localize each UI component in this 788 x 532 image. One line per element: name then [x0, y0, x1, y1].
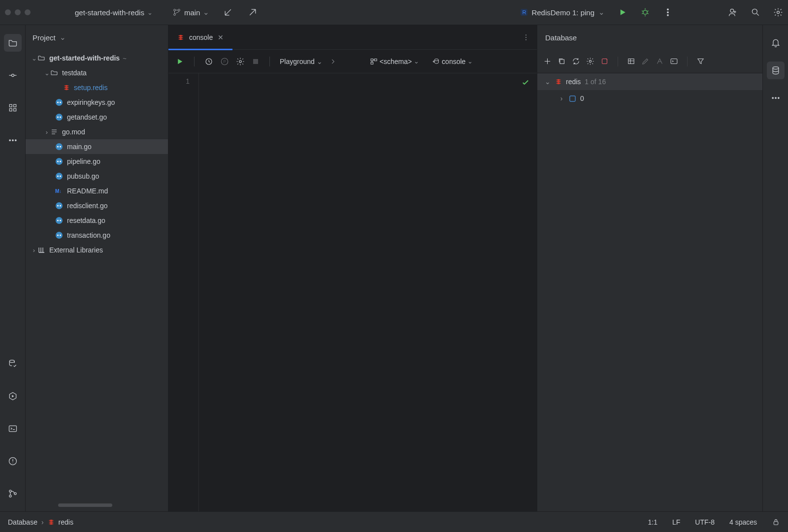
min-dot[interactable]	[15, 9, 21, 15]
disconnect-icon[interactable]	[600, 57, 609, 65]
run-configuration[interactable]: R RedisDemo 1: ping ⌄	[521, 8, 605, 17]
horizontal-scrollbar[interactable]	[58, 503, 163, 508]
vcs-tool-button[interactable]	[4, 485, 22, 502]
project-pane: Project ⌄ ⌄ get-started-with-redis ~ ⌄ t…	[26, 25, 168, 511]
structure-tool-button[interactable]	[4, 99, 22, 117]
project-tree[interactable]: ⌄ get-started-with-redis ~ ⌄ testdata se…	[26, 50, 168, 501]
tree-file[interactable]: getandset.go	[26, 110, 168, 125]
redis-icon	[555, 78, 562, 85]
explain-plan-icon[interactable]: P	[220, 57, 229, 66]
refresh-icon[interactable]	[572, 57, 580, 65]
more-vertical-icon[interactable]	[522, 33, 530, 41]
file-name: getandset.go	[67, 113, 107, 121]
tree-file[interactable]: pipeline.go	[26, 154, 168, 169]
tree-file[interactable]: pubsub.go	[26, 169, 168, 184]
stop-icon[interactable]	[252, 58, 260, 65]
redis-file-icon	[63, 84, 70, 91]
more-right-button[interactable]	[767, 89, 785, 107]
tree-file-gomod[interactable]: › go.mod	[26, 125, 168, 139]
playground-selector[interactable]: Playground ⌄	[280, 58, 323, 65]
more-tool-button[interactable]	[4, 131, 22, 149]
database-node-icon	[569, 95, 576, 102]
file-name: setup.redis	[74, 84, 107, 92]
notifications-button[interactable]	[767, 34, 785, 52]
svg-point-24	[56, 99, 63, 106]
commit-tool-button[interactable]	[4, 66, 22, 84]
file-name: expiringkeys.go	[67, 98, 115, 106]
chevron-right-icon[interactable]	[329, 58, 336, 65]
problems-tool-button[interactable]	[4, 452, 22, 470]
database-tool-button[interactable]	[767, 62, 785, 79]
commit-icon	[8, 70, 18, 80]
code-with-me-icon[interactable]	[728, 7, 738, 17]
caret-position[interactable]: 1:1	[648, 518, 657, 526]
services-tool-button[interactable]	[4, 387, 22, 405]
tree-file[interactable]: expiringkeys.go	[26, 95, 168, 110]
tree-root[interactable]: ⌄ get-started-with-redis ~	[26, 51, 168, 65]
search-icon[interactable]	[751, 7, 760, 17]
properties-icon[interactable]	[586, 57, 594, 65]
run-icon[interactable]	[618, 7, 627, 17]
svg-point-3	[643, 10, 647, 14]
tree-file-setup[interactable]: setup.redis	[26, 80, 168, 95]
settings-icon[interactable]	[236, 57, 245, 66]
readonly-lock-icon[interactable]	[772, 518, 780, 526]
edit-icon[interactable]	[641, 57, 650, 65]
schema-selector[interactable]: <schema> ⌄	[370, 58, 419, 65]
add-icon[interactable]	[543, 57, 552, 65]
execute-icon[interactable]	[175, 57, 184, 66]
indent-setting[interactable]: 4 spaces	[729, 518, 757, 526]
incoming-icon[interactable]	[223, 7, 233, 17]
table-icon[interactable]	[627, 57, 635, 65]
db-child-row[interactable]: › 0	[537, 90, 762, 107]
db-check-tool-button[interactable]	[4, 355, 22, 373]
editor-body[interactable]: 1	[168, 73, 537, 511]
close-dot[interactable]	[5, 9, 11, 15]
duplicate-icon[interactable]	[558, 57, 566, 65]
database-title: Database	[545, 33, 577, 42]
chevron-right-icon: ›	[31, 247, 37, 254]
datasource-row[interactable]: ⌄ redis 1 of 16	[537, 73, 762, 90]
session-selector[interactable]: console ⌄	[432, 58, 473, 65]
tab-console[interactable]: console ✕	[168, 25, 232, 50]
warning-icon	[8, 456, 18, 466]
inspection-checkmark-icon[interactable]	[521, 78, 530, 87]
text-file-icon	[50, 128, 58, 136]
filter-icon[interactable]	[696, 57, 705, 65]
terminal-tool-button[interactable]	[4, 420, 22, 438]
tree-file-readme[interactable]: M↓ README.md	[26, 184, 168, 198]
close-icon[interactable]: ✕	[218, 33, 224, 41]
tree-file[interactable]: transaction.go	[26, 228, 168, 243]
file-encoding[interactable]: UTF-8	[695, 518, 715, 526]
window-controls	[5, 9, 31, 15]
svg-point-35	[60, 161, 61, 162]
line-separator[interactable]: LF	[672, 518, 680, 526]
more-horizontal-icon	[771, 93, 781, 103]
vcs-branch[interactable]: main ⌄	[172, 8, 210, 17]
svg-point-7	[730, 9, 734, 12]
max-dot[interactable]	[25, 9, 31, 15]
tree-file[interactable]: redisclient.go	[26, 198, 168, 213]
session-label: console	[442, 58, 465, 65]
outgoing-icon[interactable]	[248, 7, 258, 17]
tree-external[interactable]: › External Libraries	[26, 243, 168, 257]
svg-point-33	[56, 158, 63, 165]
project-selector[interactable]: get-started-with-redis	[75, 8, 144, 17]
tree-file-main[interactable]: main.go	[26, 139, 168, 154]
history-icon[interactable]	[204, 57, 213, 66]
gear-icon[interactable]	[773, 7, 783, 17]
more-vertical-icon[interactable]	[663, 7, 673, 17]
svg-point-21	[9, 490, 11, 492]
tree-file[interactable]: resetdata.go	[26, 213, 168, 228]
breadcrumb[interactable]: Database › redis	[8, 518, 73, 526]
svg-point-67	[772, 97, 773, 99]
redis-icon	[48, 519, 55, 526]
console-icon[interactable]	[670, 57, 678, 65]
project-pane-header[interactable]: Project ⌄	[26, 25, 168, 50]
project-tool-button[interactable]	[4, 34, 22, 52]
redis-badge-icon: R	[521, 9, 527, 16]
jump-icon[interactable]	[656, 57, 664, 65]
tree-folder[interactable]: ⌄ testdata	[26, 65, 168, 80]
debug-icon[interactable]	[640, 7, 650, 17]
svg-point-15	[9, 140, 10, 141]
